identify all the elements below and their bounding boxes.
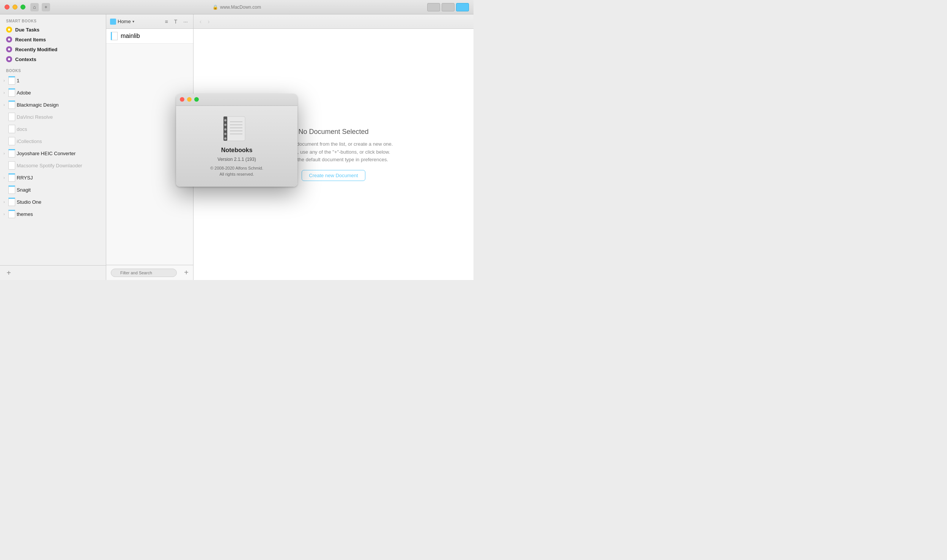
dialog-minimize-button[interactable] — [187, 97, 192, 102]
svg-point-12 — [224, 124, 227, 126]
dialog-overlay: Notebooks Version 2.1.1 (193) © 2008-202… — [0, 0, 474, 280]
dialog-content: Notebooks Version 2.1.1 (193) © 2008-202… — [176, 106, 297, 187]
about-dialog: Notebooks Version 2.1.1 (193) © 2008-202… — [176, 94, 297, 187]
app-version: Version 2.1.1 (193) — [217, 157, 256, 162]
svg-rect-4 — [225, 116, 245, 141]
app-name: Notebooks — [221, 147, 253, 154]
dialog-maximize-button[interactable] — [194, 97, 199, 102]
svg-point-13 — [224, 128, 227, 131]
svg-point-14 — [224, 133, 227, 135]
app-copyright: © 2008-2020 Alfons Schmid. All rights re… — [210, 165, 263, 178]
app-icon — [222, 113, 252, 144]
svg-point-11 — [224, 119, 227, 121]
dialog-close-button[interactable] — [180, 97, 184, 102]
svg-point-15 — [224, 137, 227, 140]
dialog-titlebar — [176, 94, 297, 106]
